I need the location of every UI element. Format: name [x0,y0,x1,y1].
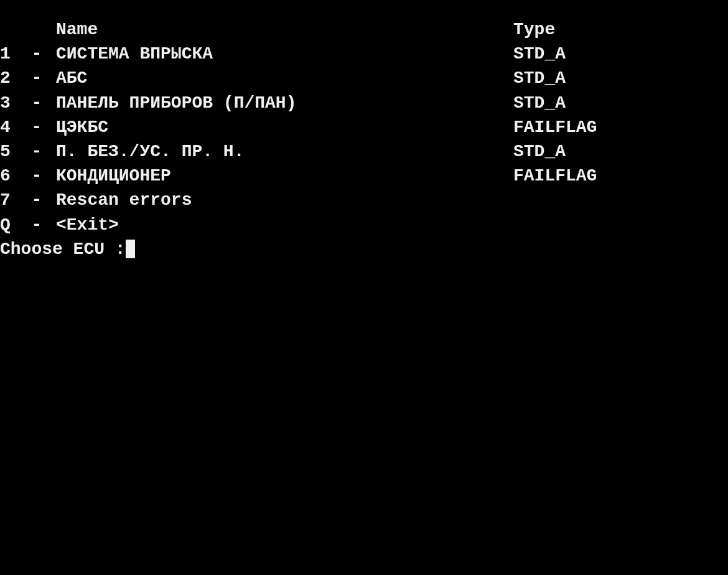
menu-item-type: STD_A [513,42,728,66]
menu-item[interactable]: 2 - АБСSTD_A [0,66,728,90]
menu-item-key: 2 - [0,66,56,90]
menu-item-key: 4 - [0,115,56,139]
header-type: Type [513,17,728,42]
menu-item[interactable]: 4 - ЦЭКБСFAILFLAG [0,115,728,139]
menu-item[interactable]: 5 - П. БЕЗ./УС. ПР. Н.STD_A [0,139,728,164]
menu-item-type: STD_A [513,66,728,90]
menu-item-type [513,213,728,237]
menu-item-name: СИСТЕМА ВПРЫСКА [56,42,513,66]
menu-item[interactable]: 6 - КОНДИЦИОНЕРFAILFLAG [0,164,728,188]
menu-item-name: КОНДИЦИОНЕР [56,164,513,188]
menu-item-name: Rescan errors [56,188,513,212]
menu-item-key: 6 - [0,164,56,188]
menu-item-type: FAILFLAG [513,164,728,188]
menu-list: 1 - СИСТЕМА ВПРЫСКАSTD_A2 - АБСSTD_A3 - … [0,42,728,237]
menu-item-name: П. БЕЗ./УС. ПР. Н. [56,139,513,164]
menu-item[interactable]: 1 - СИСТЕМА ВПРЫСКАSTD_A [0,42,728,66]
menu-item-type: STD_A [513,139,728,164]
header-row: - Name Type [0,17,728,42]
menu-item-name: <Exit> [56,213,513,237]
menu-item-key: Q - [0,213,56,237]
terminal-screen: - Name Type 1 - СИСТЕМА ВПРЫСКАSTD_A2 - … [0,0,728,261]
menu-item-type: STD_A [513,91,728,115]
menu-item-key: 3 - [0,91,56,115]
menu-item[interactable]: Q - <Exit> [0,213,728,237]
header-name: Name [56,17,513,42]
menu-item-key: 1 - [0,42,56,66]
prompt-row[interactable]: Choose ECU : [0,237,728,261]
menu-item-name: АБС [56,66,513,90]
menu-item-key: 5 - [0,139,56,164]
menu-item-type [513,188,728,212]
menu-item[interactable]: 3 - ПАНЕЛЬ ПРИБОРОВ (П/ПАН)STD_A [0,91,728,115]
cursor-icon [126,240,135,258]
menu-item[interactable]: 7 - Rescan errors [0,188,728,212]
menu-item-key: 7 - [0,188,56,212]
menu-item-name: ПАНЕЛЬ ПРИБОРОВ (П/ПАН) [56,91,513,115]
prompt-label: Choose ECU : [0,237,126,261]
menu-item-type: FAILFLAG [513,115,728,139]
menu-item-name: ЦЭКБС [56,115,513,139]
